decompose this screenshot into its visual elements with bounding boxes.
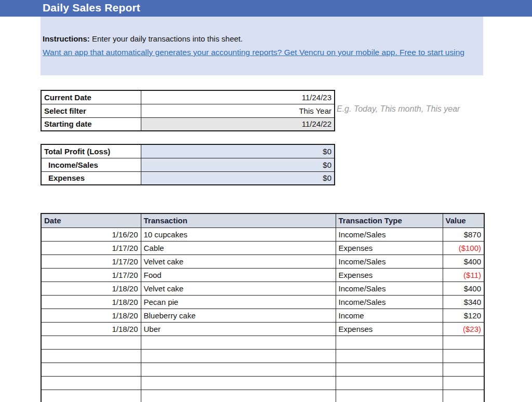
transaction-type-cell[interactable]: Income/Sales bbox=[336, 254, 443, 268]
value-cell[interactable]: $340 bbox=[443, 295, 484, 309]
transaction-row: 1/17/20CableExpenses($100) bbox=[41, 241, 484, 254]
instructions-text: Enter your daily transactions into this … bbox=[90, 34, 243, 43]
date-cell[interactable]: 1/18/20 bbox=[41, 282, 141, 295]
transaction-row-empty bbox=[41, 390, 484, 402]
column-header-date: Date bbox=[41, 213, 141, 227]
value-cell-empty[interactable] bbox=[443, 336, 484, 349]
transaction-cell-empty[interactable] bbox=[141, 390, 336, 402]
transaction-row-empty bbox=[41, 349, 484, 363]
transaction-cell-empty[interactable] bbox=[141, 363, 336, 376]
link-line: Want an app that automatically generates… bbox=[43, 46, 480, 59]
transaction-row-empty bbox=[41, 363, 484, 376]
filter-table: Current Date11/24/23Select filterThis Ye… bbox=[41, 90, 335, 131]
totals-row: Income/Sales$0 bbox=[41, 158, 335, 171]
totals-label-cell: Income/Sales bbox=[41, 158, 141, 171]
date-cell[interactable]: 1/16/20 bbox=[41, 227, 141, 241]
vencru-app-link[interactable]: Want an app that automatically generates… bbox=[43, 48, 464, 57]
transaction-type-cell[interactable]: Expenses bbox=[336, 241, 443, 254]
totals-label-cell: Expenses bbox=[41, 171, 141, 185]
transaction-type-cell[interactable]: Expenses bbox=[336, 268, 443, 282]
transaction-cell-empty[interactable] bbox=[141, 376, 336, 390]
date-cell-empty[interactable] bbox=[41, 376, 141, 390]
transaction-type-cell-empty[interactable] bbox=[336, 336, 443, 349]
filter-label-cell: Select filter bbox=[41, 104, 141, 117]
page-title: Daily Sales Report bbox=[0, 0, 532, 14]
transaction-cell-empty[interactable] bbox=[141, 336, 336, 349]
instructions-box: Instructions: Enter your daily transacti… bbox=[41, 17, 483, 75]
transaction-row-empty bbox=[41, 336, 484, 349]
transactions-header-row: DateTransactionTransaction TypeValue bbox=[41, 213, 484, 227]
instructions-label: Instructions: bbox=[43, 34, 90, 43]
transaction-cell[interactable]: Pecan pie bbox=[141, 295, 336, 309]
transaction-type-cell-empty[interactable] bbox=[336, 390, 443, 402]
transaction-cell[interactable]: Velvet cake bbox=[141, 282, 336, 295]
date-cell-empty[interactable] bbox=[41, 390, 141, 402]
transaction-type-cell-empty[interactable] bbox=[336, 349, 443, 363]
value-cell[interactable]: $120 bbox=[443, 309, 484, 322]
date-cell-empty[interactable] bbox=[41, 336, 141, 349]
totals-value-cell[interactable]: $0 bbox=[141, 144, 335, 158]
transaction-cell[interactable]: Velvet cake bbox=[141, 254, 336, 268]
date-cell[interactable]: 1/17/20 bbox=[41, 254, 141, 268]
filter-row: Select filterThis Year bbox=[41, 104, 335, 117]
transaction-type-cell[interactable]: Income/Sales bbox=[336, 295, 443, 309]
instructions-line: Instructions: Enter your daily transacti… bbox=[43, 32, 480, 46]
transaction-type-cell[interactable]: Income bbox=[336, 309, 443, 322]
value-cell[interactable]: $400 bbox=[443, 254, 484, 268]
value-cell-empty[interactable] bbox=[443, 349, 484, 363]
value-cell[interactable]: ($11) bbox=[443, 268, 484, 282]
date-cell[interactable]: 1/18/20 bbox=[41, 309, 141, 322]
value-cell-empty[interactable] bbox=[443, 376, 484, 390]
totals-row: Total Profit (Loss)$0 bbox=[41, 144, 335, 158]
transaction-type-cell-empty[interactable] bbox=[336, 376, 443, 390]
transaction-cell[interactable]: Food bbox=[141, 268, 336, 282]
date-cell[interactable]: 1/17/20 bbox=[41, 241, 141, 254]
value-cell-empty[interactable] bbox=[443, 363, 484, 376]
totals-table: Total Profit (Loss)$0Income/Sales$0Expen… bbox=[41, 144, 335, 185]
transaction-cell[interactable]: Uber bbox=[141, 322, 336, 336]
filter-value-cell[interactable]: 11/24/23 bbox=[141, 90, 335, 104]
column-header-transaction: Transaction bbox=[141, 213, 336, 227]
transaction-type-cell[interactable]: Income/Sales bbox=[336, 282, 443, 295]
transaction-row: 1/18/20Pecan pieIncome/Sales$340 bbox=[41, 295, 484, 309]
date-cell[interactable]: 1/18/20 bbox=[41, 295, 141, 309]
value-cell[interactable]: ($100) bbox=[443, 241, 484, 254]
date-cell[interactable]: 1/17/20 bbox=[41, 268, 141, 282]
filter-row: Starting date11/24/22 bbox=[41, 117, 335, 131]
date-cell-empty[interactable] bbox=[41, 363, 141, 376]
filter-value-cell[interactable]: 11/24/22 bbox=[141, 117, 335, 131]
transaction-row: 1/18/20Blueberry cakeIncome$120 bbox=[41, 309, 484, 322]
transactions-table: DateTransactionTransaction TypeValue 1/1… bbox=[41, 213, 485, 402]
transaction-row: 1/17/20Velvet cakeIncome/Sales$400 bbox=[41, 254, 484, 268]
totals-value-cell[interactable]: $0 bbox=[141, 171, 335, 185]
transaction-row: 1/18/20UberExpenses($23) bbox=[41, 322, 484, 336]
date-cell[interactable]: 1/18/20 bbox=[41, 322, 141, 336]
column-header-value: Value bbox=[443, 213, 484, 227]
totals-row: Expenses$0 bbox=[41, 171, 335, 185]
title-bar: Daily Sales Report bbox=[0, 0, 532, 17]
totals-label-cell: Total Profit (Loss) bbox=[41, 144, 141, 158]
transaction-cell[interactable]: 10 cupcakes bbox=[141, 227, 336, 241]
filter-label-cell: Starting date bbox=[41, 117, 141, 131]
transaction-row: 1/17/20FoodExpenses($11) bbox=[41, 268, 484, 282]
filter-row: Current Date11/24/23 bbox=[41, 90, 335, 104]
filter-hint-text: E.g. Today, This month, This year bbox=[337, 104, 460, 114]
transaction-cell[interactable]: Blueberry cake bbox=[141, 309, 336, 322]
filter-label-cell: Current Date bbox=[41, 90, 141, 104]
filter-value-cell[interactable]: This Year bbox=[141, 104, 335, 117]
transaction-row-empty bbox=[41, 376, 484, 390]
totals-value-cell[interactable]: $0 bbox=[141, 158, 335, 171]
value-cell[interactable]: $400 bbox=[443, 282, 484, 295]
date-cell-empty[interactable] bbox=[41, 349, 141, 363]
value-cell-empty[interactable] bbox=[443, 390, 484, 402]
value-cell[interactable]: $870 bbox=[443, 227, 484, 241]
transaction-type-cell[interactable]: Income/Sales bbox=[336, 227, 443, 241]
column-header-transaction-type: Transaction Type bbox=[336, 213, 443, 227]
transaction-row: 1/18/20Velvet cakeIncome/Sales$400 bbox=[41, 282, 484, 295]
transaction-type-cell[interactable]: Expenses bbox=[336, 322, 443, 336]
value-cell[interactable]: ($23) bbox=[443, 322, 484, 336]
transaction-type-cell-empty[interactable] bbox=[336, 363, 443, 376]
transaction-cell-empty[interactable] bbox=[141, 349, 336, 363]
transaction-cell[interactable]: Cable bbox=[141, 241, 336, 254]
transaction-row: 1/16/2010 cupcakesIncome/Sales$870 bbox=[41, 227, 484, 241]
